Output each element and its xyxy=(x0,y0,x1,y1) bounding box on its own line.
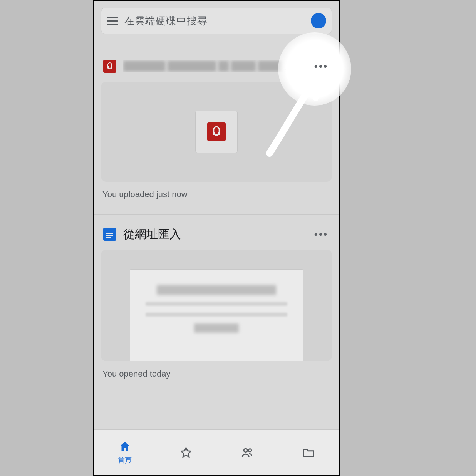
home-icon xyxy=(118,440,131,453)
phone-frame: 在雲端硬碟中搜尋 .midi ••• You xyxy=(93,0,340,476)
nav-starred[interactable] xyxy=(155,430,216,475)
file-card-1[interactable]: .midi ••• You uploaded just now xyxy=(101,54,332,204)
nav-home[interactable]: 首頁 xyxy=(94,430,155,475)
bottom-navigation: 首頁 xyxy=(94,429,339,475)
search-placeholder: 在雲端硬碟中搜尋 xyxy=(124,14,305,28)
search-bar[interactable]: 在雲端硬碟中搜尋 xyxy=(101,8,332,34)
file-preview-1[interactable] xyxy=(101,82,332,182)
document-file-icon xyxy=(103,228,116,241)
preview-tile xyxy=(195,111,238,153)
divider xyxy=(94,214,339,215)
star-icon xyxy=(179,446,193,459)
file-name-2: 從網址匯入 xyxy=(123,226,306,242)
svg-rect-2 xyxy=(213,132,215,135)
file-name-suffix: .midi xyxy=(285,60,306,72)
avatar[interactable] xyxy=(311,13,326,28)
menu-icon[interactable] xyxy=(107,17,118,25)
people-icon xyxy=(241,446,254,459)
document-page-preview xyxy=(130,269,303,361)
svg-rect-3 xyxy=(218,132,220,135)
svg-rect-1 xyxy=(111,66,112,69)
nav-shared[interactable] xyxy=(216,430,278,475)
more-options-button-2[interactable]: ••• xyxy=(313,226,330,243)
folder-icon xyxy=(302,446,315,459)
svg-rect-0 xyxy=(107,66,109,69)
svg-point-4 xyxy=(244,449,247,452)
nav-home-label: 首頁 xyxy=(118,456,132,465)
svg-point-5 xyxy=(248,449,251,452)
file-header-1: .midi ••• xyxy=(101,54,332,82)
file-card-2[interactable]: 從網址匯入 ••• You opened today xyxy=(101,222,332,384)
file-header-2: 從網址匯入 ••• xyxy=(101,222,332,250)
file-caption-2: You opened today xyxy=(101,361,332,384)
audio-file-icon xyxy=(103,60,116,73)
audio-file-icon xyxy=(207,122,226,141)
more-options-button-1[interactable]: ••• xyxy=(313,58,330,75)
file-name-1: .midi xyxy=(123,60,306,72)
nav-files[interactable] xyxy=(278,430,339,475)
file-caption-1: You uploaded just now xyxy=(101,182,332,204)
file-preview-2[interactable] xyxy=(101,250,332,361)
